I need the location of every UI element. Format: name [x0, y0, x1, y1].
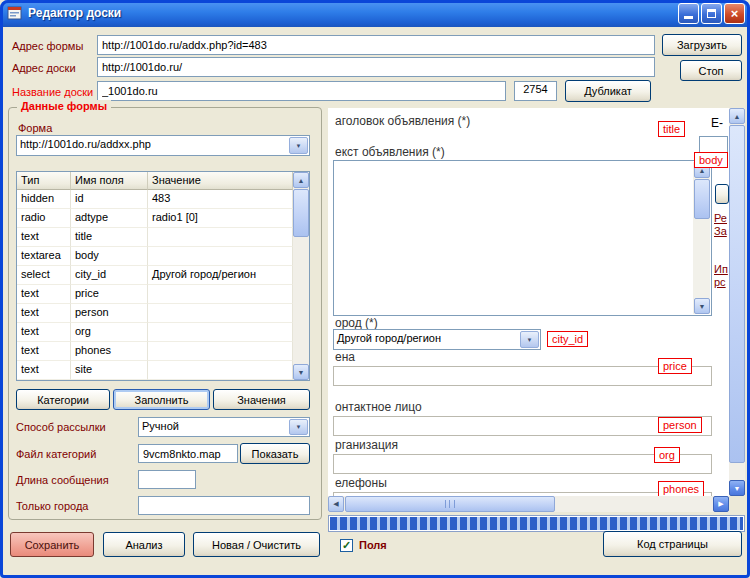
cities-only-input[interactable] [138, 496, 310, 515]
groupbox-title: Данные формы [17, 100, 111, 112]
table-row[interactable]: textperson [17, 304, 309, 323]
preview-org-label: рганизация [335, 438, 398, 452]
table-row[interactable]: textareabody [17, 247, 309, 266]
show-button[interactable]: Показать [240, 443, 310, 464]
maximize-button[interactable] [701, 3, 722, 24]
scroll-up-icon[interactable]: ▲ [293, 172, 309, 188]
message-length-input[interactable] [138, 470, 196, 489]
table-row[interactable]: radioadtyperadio1 [0] [17, 209, 309, 228]
dropdown-arrow-icon[interactable]: ▼ [520, 331, 539, 348]
form-address-input[interactable] [97, 35, 655, 55]
analyze-button[interactable]: Анализ [103, 532, 185, 557]
scroll-up-icon[interactable]: ▲ [729, 108, 745, 124]
stop-button[interactable]: Стоп [680, 60, 742, 81]
table-scrollbar[interactable]: ▲ ▼ [293, 172, 309, 380]
progress-strip [328, 515, 745, 532]
field-tag-title: title [658, 121, 685, 137]
maximize-icon [707, 9, 716, 18]
dropdown-arrow-icon[interactable]: ▼ [289, 419, 308, 435]
scroll-down-icon[interactable]: ▼ [729, 480, 745, 496]
scrollbar-thumb[interactable] [729, 125, 745, 463]
field-tag-city-id: city_id [547, 331, 588, 347]
scrollbar-thumb[interactable] [694, 179, 710, 219]
column-header-value[interactable]: Значение [148, 172, 293, 190]
new-clear-button[interactable]: Новая / Очистить [193, 532, 320, 557]
duplicate-button[interactable]: Дубликат [565, 80, 651, 102]
table-row[interactable]: textsite [17, 361, 309, 380]
form-url-select[interactable]: http://1001do.ru/addxx.php ▼ [16, 135, 310, 156]
titlebar[interactable]: Редактор доски × [0, 0, 750, 27]
preview-link[interactable]: Ип [714, 263, 728, 275]
scroll-down-icon[interactable]: ▼ [293, 364, 309, 380]
save-button[interactable]: Сохранить [10, 532, 94, 557]
scrollbar-thumb[interactable] [293, 189, 309, 237]
preview-person-input[interactable] [333, 416, 712, 436]
load-button[interactable]: Загрузить [662, 34, 742, 56]
fill-button[interactable]: Заполнить [113, 389, 210, 410]
field-tag-person: person [658, 417, 702, 433]
preview-link[interactable]: рс [714, 276, 726, 288]
board-address-input[interactable] [97, 57, 655, 77]
board-name-label: Название доски [12, 86, 93, 98]
scrollbar-thumb[interactable] [345, 496, 555, 512]
board-name-input[interactable] [97, 81, 506, 101]
minimize-icon [684, 16, 693, 19]
scroll-left-icon[interactable]: ◀ [328, 496, 344, 512]
categories-button[interactable]: Категории [16, 389, 110, 410]
table-row[interactable]: textorg [17, 323, 309, 342]
preview-person-label: онтактное лицо [335, 400, 422, 414]
field-tag-price: price [658, 358, 692, 374]
minimize-button[interactable] [678, 3, 699, 24]
preview-title-label: аголовок объявления (*) [335, 114, 470, 128]
table-row[interactable]: selectcity_idДругой город/регион [17, 266, 309, 285]
thumb-grip [445, 500, 455, 508]
close-button[interactable]: × [724, 3, 745, 24]
scrollbar-corner [729, 496, 745, 512]
column-header-type[interactable]: Тип [17, 172, 71, 190]
preview-body-label: екст объявления (*) [335, 145, 445, 159]
preview-price-input[interactable] [333, 366, 712, 386]
preview-city-select[interactable]: Другой город/регион ▼ [333, 329, 541, 350]
send-method-select[interactable]: Ручной ▼ [138, 417, 310, 437]
app-window: Редактор доски × Адрес формы Загрузить А… [0, 0, 750, 578]
categories-file-input[interactable] [138, 444, 238, 463]
field-tag-phones: phones [658, 481, 704, 496]
preview-price-label: ена [335, 350, 355, 364]
send-method-label: Способ рассылки [16, 421, 106, 433]
preview-body-textarea[interactable]: ▲ ▼ [333, 160, 712, 316]
dropdown-arrow-icon[interactable]: ▼ [289, 137, 308, 154]
preview-vertical-scrollbar[interactable]: ▲ ▼ [729, 108, 745, 496]
form-fields-table: Тип Имя поля Значение hiddenid483 radioa… [16, 171, 310, 381]
table-row[interactable]: textprice [17, 285, 309, 304]
preview-email-fragment: E- [711, 116, 723, 130]
preview-horizontal-scrollbar[interactable]: ◀ ▶ [328, 496, 729, 512]
window-title: Редактор доски [28, 6, 673, 20]
close-icon: × [731, 7, 739, 20]
column-header-name[interactable]: Имя поля [71, 172, 148, 190]
preview-phones-label: елефоны [335, 476, 387, 490]
counter-value: 2754 [514, 81, 557, 101]
fields-checkbox-label: Поля [359, 539, 387, 551]
field-tag-body: body [694, 152, 728, 168]
scroll-right-icon[interactable]: ▶ [713, 496, 729, 512]
form-address-label: Адрес формы [12, 40, 83, 52]
textarea-scrollbar[interactable]: ▲ ▼ [693, 162, 710, 314]
scroll-down-icon[interactable]: ▼ [694, 298, 710, 314]
preview-link[interactable]: Ре [714, 212, 727, 224]
page-code-button[interactable]: Код страницы [603, 531, 742, 557]
preview-button-fragment[interactable] [715, 184, 729, 204]
table-row[interactable]: textphones [17, 342, 309, 361]
cities-only-label: Только города [16, 500, 88, 512]
form-label: Форма [18, 122, 52, 134]
fields-checkbox[interactable]: ✓ [340, 539, 353, 552]
progress-bars [330, 517, 743, 530]
preview-link[interactable]: За [714, 225, 727, 237]
values-button[interactable]: Значения [213, 389, 310, 410]
check-icon: ✓ [342, 540, 351, 551]
field-tag-org: org [654, 447, 680, 463]
table-row[interactable]: hiddenid483 [17, 190, 309, 209]
app-icon [7, 5, 23, 21]
board-address-label: Адрес доски [12, 62, 76, 74]
table-row[interactable]: texttitle [17, 228, 309, 247]
preview-city-label: ород (*) [335, 316, 378, 330]
